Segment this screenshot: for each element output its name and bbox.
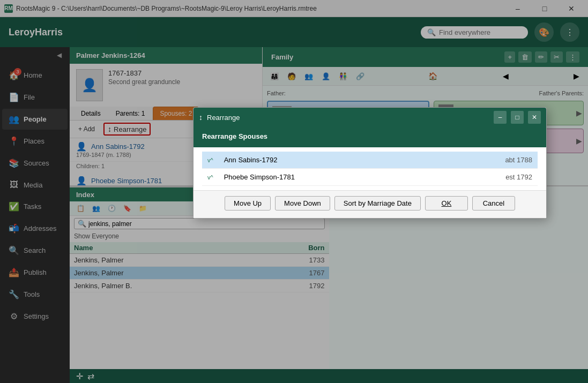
dialog-title: Rearrange Spouses <box>202 132 267 140</box>
dialog-row-name-1: Phoebe Simpson-1781 <box>219 169 437 186</box>
cancel-button[interactable]: Cancel <box>472 196 515 211</box>
dialog-icon: ↕ <box>199 113 203 122</box>
sort-by-marriage-button[interactable]: Sort by Marriage Date <box>334 196 421 211</box>
dialog-overlay: ↕ Rearrange – □ ✕ Rearrange Spouses v^ A… <box>0 0 588 383</box>
dialog-row-marker-0: v^ <box>202 152 219 169</box>
dialog-titlebar: ↕ Rearrange – □ ✕ <box>193 108 546 127</box>
dialog-row-date-1: est 1792 <box>436 169 538 186</box>
ok-button[interactable]: OK <box>425 196 468 211</box>
dialog-row-date-0: abt 1788 <box>436 152 538 169</box>
move-down-button[interactable]: Move Down <box>275 196 330 211</box>
rearrange-dialog: ↕ Rearrange – □ ✕ Rearrange Spouses v^ A… <box>193 107 547 219</box>
dialog-close-button[interactable]: ✕ <box>528 111 541 124</box>
dialog-footer: Move Up Move Down Sort by Marriage Date … <box>193 190 546 218</box>
dialog-maximize-button[interactable]: □ <box>511 111 524 124</box>
dialog-minimize-button[interactable]: – <box>494 111 507 124</box>
move-up-button[interactable]: Move Up <box>225 196 271 211</box>
dialog-titlebar-text: Rearrange <box>207 114 489 122</box>
dialog-row-marker-1: v^ <box>202 169 219 186</box>
dialog-row-name-0: Ann Sabins-1792 <box>219 152 437 169</box>
dialog-header: Rearrange Spouses <box>193 127 546 147</box>
dialog-body: v^ Ann Sabins-1792 abt 1788 v^ Phoebe Si… <box>193 147 546 190</box>
dialog-row-0[interactable]: v^ Ann Sabins-1792 abt 1788 <box>202 152 538 169</box>
dialog-table: v^ Ann Sabins-1792 abt 1788 v^ Phoebe Si… <box>202 152 538 186</box>
dialog-row-1[interactable]: v^ Phoebe Simpson-1781 est 1792 <box>202 169 538 186</box>
